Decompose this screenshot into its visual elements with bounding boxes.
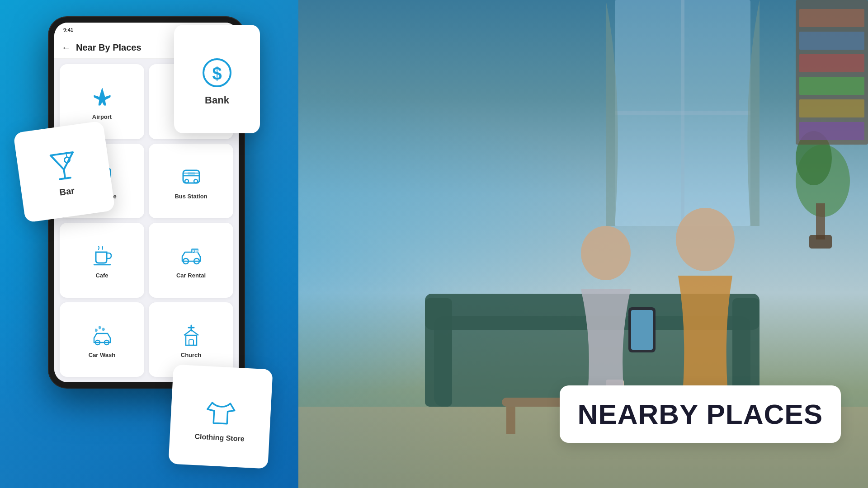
svg-rect-38 [188, 172, 195, 175]
svg-point-35 [185, 179, 189, 183]
place-card-car-wash[interactable]: Car Wash [60, 302, 144, 377]
bank-label: Bank [205, 94, 229, 106]
bus-station-label: Bus Station [175, 193, 207, 200]
car-wash-label: Car Wash [89, 352, 115, 358]
nearby-places-text: NEARBY PLACES [578, 399, 823, 430]
place-card-bus-station[interactable]: Bus Station [149, 144, 233, 219]
svg-point-24 [676, 208, 735, 271]
place-card-cafe[interactable]: Cafe [60, 223, 144, 298]
cafe-icon [90, 243, 115, 268]
place-card-car-rental[interactable]: RENT Car Rental [149, 223, 233, 298]
svg-rect-13 [799, 122, 864, 140]
clothing-label: Clothing Store [194, 432, 245, 443]
svg-rect-5 [816, 203, 825, 239]
nearby-places-label-box: NEARBY PLACES [560, 385, 841, 443]
svg-text:RENT: RENT [192, 249, 202, 253]
car-rental-label: Car Rental [176, 272, 206, 279]
bar-label: Bar [59, 185, 75, 197]
airport-label: Airport [92, 113, 112, 120]
svg-rect-17 [425, 298, 452, 407]
svg-point-54 [64, 157, 71, 163]
svg-rect-6 [809, 235, 832, 249]
floating-card-bar[interactable]: Bar [13, 121, 115, 223]
svg-point-36 [194, 179, 198, 183]
svg-line-52 [64, 169, 65, 178]
church-label: Church [181, 352, 202, 358]
svg-rect-12 [799, 99, 864, 117]
svg-rect-26 [631, 310, 653, 350]
svg-rect-20 [506, 407, 515, 434]
floating-card-bank[interactable]: $ Bank [174, 25, 260, 133]
bar-icon-large [43, 144, 84, 185]
floating-card-clothing[interactable]: Clothing Store [168, 364, 273, 469]
svg-text:$: $ [212, 64, 222, 83]
svg-line-53 [60, 178, 71, 179]
svg-rect-49 [189, 340, 193, 345]
church-icon [179, 323, 204, 348]
app-title: Near By Places [76, 42, 142, 53]
svg-point-23 [581, 226, 631, 280]
cafe-label: Cafe [95, 272, 108, 279]
clothing-icon-large [202, 393, 240, 431]
car-rental-icon: RENT [179, 243, 204, 268]
svg-rect-10 [799, 54, 864, 72]
bus-station-icon [179, 164, 204, 189]
back-button[interactable]: ← [61, 42, 71, 53]
airport-icon [90, 84, 115, 110]
bank-icon-large: $ [199, 55, 235, 91]
status-time: 9:41 [63, 27, 73, 33]
svg-rect-9 [799, 32, 864, 50]
svg-line-55 [66, 153, 66, 157]
car-wash-icon [90, 323, 115, 348]
svg-rect-8 [799, 9, 864, 27]
svg-rect-11 [799, 77, 864, 95]
